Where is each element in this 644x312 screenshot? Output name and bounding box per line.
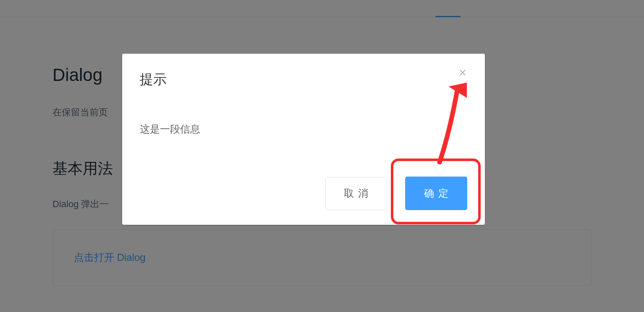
confirm-button[interactable]: 确定 — [405, 177, 467, 210]
dialog-header: 提示 — [140, 70, 467, 89]
dialog-body: 这是一段信息 — [140, 122, 467, 177]
dialog: 提示 这是一段信息 取消 确定 — [122, 54, 485, 225]
close-icon[interactable] — [458, 68, 467, 77]
cancel-button[interactable]: 取消 — [325, 177, 386, 210]
dialog-title: 提示 — [140, 70, 167, 89]
dialog-footer: 取消 确定 — [140, 177, 467, 210]
